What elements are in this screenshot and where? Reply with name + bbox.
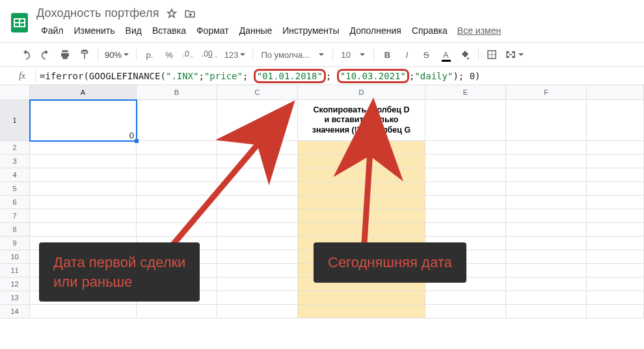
formula-input[interactable]: =iferror( GOOGLEFINANCE ( ".INX" ; "pric… [40,69,641,83]
cell[interactable] [425,209,506,223]
cell[interactable] [587,278,644,291]
borders-button[interactable] [483,46,501,63]
cell[interactable] [587,291,644,305]
cell[interactable] [587,237,644,250]
cell[interactable] [506,182,587,196]
italic-button[interactable]: I [397,46,416,63]
cell[interactable] [506,209,587,223]
cell[interactable] [587,168,644,182]
cell[interactable] [30,155,137,168]
cell[interactable] [217,182,298,196]
column-header[interactable]: A [30,85,137,99]
cell[interactable] [217,155,298,168]
menu-tools[interactable]: Инструменты [278,23,343,38]
fill-color-button[interactable] [456,46,474,63]
cell[interactable] [425,155,506,168]
column-header[interactable]: C [217,85,298,99]
star-icon[interactable] [166,8,178,19]
cell[interactable] [137,168,217,182]
cell[interactable] [217,305,298,318]
cell[interactable] [298,182,425,196]
column-header[interactable]: E [425,85,506,99]
cell[interactable] [587,209,644,223]
font-size-select[interactable]: 10 [337,46,369,63]
merge-cells-button[interactable] [502,46,527,63]
cell[interactable] [217,291,298,305]
print-button[interactable] [56,46,74,63]
cell-D1[interactable]: Скопировать столбец D и вставить только … [298,100,425,141]
font-select[interactable]: По умолча... [257,46,329,63]
cell[interactable] [506,155,587,168]
row-header[interactable]: 1 [0,100,30,141]
cell[interactable] [587,250,644,264]
row-header[interactable]: 13 [0,291,30,305]
cell[interactable] [425,291,506,305]
cell[interactable] [298,291,425,305]
menu-data[interactable]: Данные [235,23,277,38]
row-header[interactable]: 9 [0,237,30,250]
row-header[interactable]: 5 [0,182,30,196]
cell[interactable] [217,141,298,155]
menu-edit[interactable]: Изменить [69,23,119,38]
cell[interactable] [30,305,137,318]
cell[interactable] [506,250,587,264]
cell[interactable] [506,141,587,155]
zoom-select[interactable]: 90% [102,46,132,63]
cell[interactable] [137,182,217,196]
cell[interactable] [298,196,425,209]
cell[interactable] [298,155,425,168]
cell[interactable] [506,291,587,305]
cell[interactable] [587,223,644,237]
row-header[interactable]: 10 [0,250,30,264]
cell[interactable] [587,264,644,278]
row-header[interactable]: 6 [0,196,30,209]
percent-button[interactable]: % [160,46,178,63]
menu-addons[interactable]: Дополнения [345,23,406,38]
strikethrough-button[interactable]: S [417,46,435,63]
row-header[interactable]: 12 [0,278,30,291]
cell[interactable] [587,141,644,155]
menu-file[interactable]: Файл [36,23,68,38]
cell[interactable] [30,196,137,209]
row-header[interactable]: 14 [0,305,30,318]
select-all-corner[interactable] [0,85,30,99]
cell[interactable] [137,196,217,209]
cell[interactable] [217,264,298,278]
sheets-logo[interactable] [7,5,33,40]
cell[interactable] [217,237,298,250]
column-header[interactable] [587,85,644,99]
cell[interactable] [506,278,587,291]
row-header[interactable]: 4 [0,168,30,182]
row-header[interactable]: 8 [0,223,30,237]
menu-view[interactable]: Вид [121,23,146,38]
cell[interactable] [137,209,217,223]
menu-insert[interactable]: Вставка [148,23,191,38]
cell[interactable] [217,168,298,182]
cell[interactable] [425,141,506,155]
cell[interactable] [506,305,587,318]
text-color-button[interactable]: A [436,46,455,63]
cell[interactable] [506,264,587,278]
cell[interactable] [30,182,137,196]
column-header[interactable]: D [298,85,425,99]
decrease-decimal-button[interactable]: .0← [180,46,198,63]
row-header[interactable]: 2 [0,141,30,155]
spreadsheet-grid[interactable]: A B C D E F 1 2 3 4 5 6 7 8 9 10 11 12 1… [0,85,644,100]
cell[interactable] [587,305,644,318]
redo-button[interactable] [36,46,55,63]
cell[interactable] [506,168,587,182]
cell[interactable] [506,223,587,237]
cell[interactable] [30,141,137,155]
increase-decimal-button[interactable]: .00→ [199,46,221,63]
cell[interactable] [298,305,425,318]
cell[interactable] [425,168,506,182]
cell[interactable] [425,182,506,196]
cell[interactable] [217,278,298,291]
cell[interactable] [506,100,587,141]
menu-format[interactable]: Формат [192,23,234,38]
cell[interactable] [298,209,425,223]
column-header[interactable]: F [506,85,587,99]
cell[interactable] [137,223,217,237]
more-formats-button[interactable]: 123 [222,46,249,63]
row-header[interactable]: 3 [0,155,30,168]
